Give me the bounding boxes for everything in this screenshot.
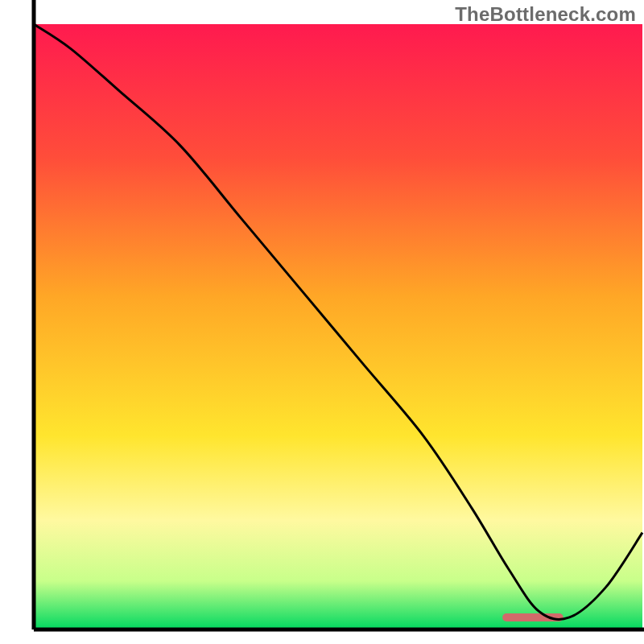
chart-container: TheBottleneck.com — [0, 0, 644, 644]
plot-background — [34, 24, 642, 630]
watermark-text: TheBottleneck.com — [455, 3, 636, 26]
optimal-range-marker — [502, 613, 564, 621]
bottleneck-chart — [0, 0, 644, 644]
